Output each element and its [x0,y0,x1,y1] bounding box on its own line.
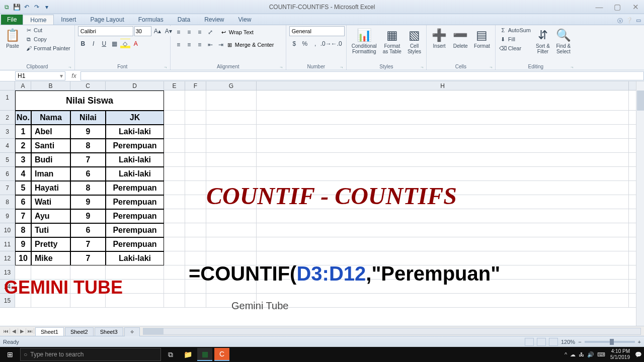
cell[interactable] [206,125,257,139]
close-button[interactable]: ✕ [629,3,642,12]
sheet-nav-next-icon[interactable]: ▶ [18,328,26,334]
help-icon[interactable]: ❔ [626,17,633,25]
horizontal-scrollbar[interactable] [143,328,641,335]
cell[interactable]: 8 [15,223,31,237]
cell[interactable]: Hayati [31,181,70,195]
zoom-out-icon[interactable]: − [578,339,581,345]
cell[interactable] [164,237,185,251]
clear-button[interactable]: ⌫Clear [499,44,532,52]
conditional-formatting-button[interactable]: 📊Conditional Formatting [350,26,379,55]
view-break-icon[interactable] [549,338,558,346]
cell[interactable] [257,90,629,111]
paste-button[interactable]: 📋 Paste [3,26,22,50]
cut-button[interactable]: ✂Cut [24,26,71,34]
row-header-9[interactable]: 9 [0,209,15,223]
align-bottom-icon[interactable]: ≡ [195,27,205,37]
cell[interactable]: 10 [15,251,31,265]
cell[interactable] [164,223,185,237]
align-middle-icon[interactable]: ≡ [184,27,194,37]
view-layout-icon[interactable] [537,338,546,346]
col-header-H[interactable]: H [257,81,629,90]
sheet-nav-first-icon[interactable]: ⏮ [2,328,10,334]
tab-page-layout[interactable]: Page Layout [83,15,131,25]
cell[interactable] [185,237,206,251]
orientation-icon[interactable]: ⤢ [205,27,215,37]
cell[interactable] [257,237,629,251]
cell[interactable] [164,111,185,125]
row-header-5[interactable]: 5 [0,153,15,167]
cell[interactable] [164,167,185,181]
sheet-tab-3[interactable]: Sheet3 [95,327,123,336]
cell[interactable] [185,167,206,181]
cell[interactable]: Ayu [31,209,70,223]
tab-view[interactable]: View [231,15,259,25]
cell[interactable]: 9 [70,209,106,223]
cell[interactable] [206,209,257,223]
cell[interactable]: 8 [70,181,106,195]
cell[interactable]: 8 [70,139,106,153]
cell[interactable]: Nilai [70,111,106,125]
undo-icon[interactable]: ↶ [22,3,31,12]
new-sheet-button[interactable]: ✧ [124,327,140,336]
cell[interactable]: Abel [31,125,70,139]
cell[interactable] [185,125,206,139]
indent-dec-icon[interactable]: ⇤ [205,40,215,50]
cell[interactable]: Nama [31,111,70,125]
start-button[interactable]: ⊞ [2,348,18,361]
cell[interactable] [185,139,206,153]
zoom-slider[interactable] [585,341,635,343]
view-normal-icon[interactable] [525,338,534,346]
col-header-A[interactable]: A [15,81,31,90]
cell[interactable] [185,153,206,167]
cell[interactable] [164,181,185,195]
cell[interactable]: Perempuan [106,223,164,237]
save-icon[interactable]: 💾 [12,3,21,12]
task-view-icon[interactable]: ⧉ [163,348,178,361]
cell[interactable] [185,181,206,195]
border-button[interactable]: ▦ [110,39,120,49]
cell[interactable]: 6 [70,167,106,181]
cell[interactable]: 9 [70,195,106,209]
cell[interactable]: 9 [70,125,106,139]
sort-filter-button[interactable]: ⇵Sort & Filter [534,26,552,55]
zoom-thumb[interactable] [610,339,614,345]
cell[interactable] [164,294,185,308]
cell[interactable] [206,237,257,251]
tray-onedrive-icon[interactable]: ☁ [570,351,576,358]
formula-input[interactable] [80,71,644,80]
cell[interactable]: Perempuan [106,181,164,195]
font-name-select[interactable] [78,26,133,36]
comma-icon[interactable]: , [310,39,320,49]
tab-review[interactable]: Review [197,15,231,25]
tab-data[interactable]: Data [171,15,197,25]
cell[interactable] [206,111,257,125]
row-header-4[interactable]: 4 [0,139,15,153]
cell[interactable]: 7 [15,209,31,223]
bold-button[interactable]: B [78,39,88,49]
tab-insert[interactable]: Insert [54,15,83,25]
cell[interactable] [206,153,257,167]
vscroll-thumb[interactable] [637,90,644,111]
file-explorer-icon[interactable]: 📁 [180,348,195,361]
currency-icon[interactable]: $ [289,39,299,49]
cell[interactable]: 7 [70,251,106,265]
row-header-6[interactable]: 6 [0,167,15,181]
col-header-F[interactable]: F [185,81,206,90]
cell[interactable]: Tuti [31,223,70,237]
sheet-nav-prev-icon[interactable]: ◀ [10,328,18,334]
tab-file[interactable]: File [1,15,23,25]
col-header-C[interactable]: C [70,81,106,90]
cell[interactable] [164,251,185,265]
cell[interactable]: Laki-laki [106,251,164,265]
cell[interactable] [257,209,629,223]
merge-center-button[interactable]: ⊞Merge & Center [226,40,274,50]
ribbon-minimize-icon[interactable]: ⓥ [617,17,623,25]
table-title[interactable]: Nilai Siswa [15,90,164,111]
cell[interactable]: 3 [15,153,31,167]
qat-more-icon[interactable]: ▾ [42,3,51,12]
cell[interactable] [164,195,185,209]
align-right-icon[interactable]: ≡ [195,40,205,50]
col-header-G[interactable]: G [206,81,257,90]
cell[interactable]: 5 [15,181,31,195]
hscroll-thumb[interactable] [143,328,164,334]
